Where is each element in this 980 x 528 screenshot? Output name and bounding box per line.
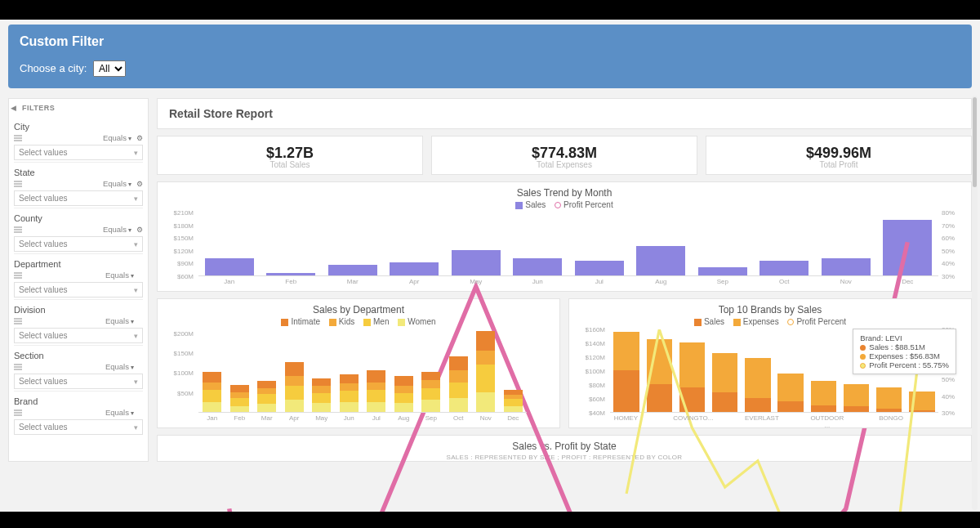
- report-main: Retail Store Report $1.27B Total Sales $…: [157, 98, 972, 462]
- filter-block-city: City Equals ▾ ⚙ Select values ▾: [14, 117, 143, 162]
- caret-down-icon[interactable]: ▾: [131, 364, 134, 371]
- collapse-filters-icon[interactable]: ◀: [11, 104, 16, 112]
- kpi-label: Total Profit: [706, 160, 971, 169]
- dropdown-icon: ▾: [134, 149, 138, 157]
- kpi-label: Total Sales: [158, 160, 422, 169]
- sort-icon[interactable]: [14, 135, 22, 141]
- sort-icon[interactable]: [14, 318, 22, 324]
- filter-block-brand: Brand Equals ▾ Select values ▾: [14, 391, 143, 436]
- city-select[interactable]: All: [93, 60, 126, 77]
- filter-block-section: Section Equals ▾ Select values ▾: [14, 345, 143, 391]
- gear-icon[interactable]: ⚙: [136, 134, 143, 142]
- filter-operator[interactable]: Equals: [105, 316, 129, 325]
- gear-icon[interactable]: ⚙: [136, 226, 143, 234]
- chart-sales-trend[interactable]: Sales Trend by Month Sales Profit Percen…: [157, 181, 972, 292]
- dropdown-icon: ▾: [134, 286, 138, 294]
- filter-block-county: County Equals ▾ ⚙ Select values ▾: [14, 208, 143, 253]
- custom-filter-title: Custom Filter: [20, 34, 960, 49]
- filter-block-department: Department Equals ▾ Select values ▾: [14, 253, 143, 299]
- filter-block-state: State Equals ▾ ⚙ Select values ▾: [14, 162, 143, 208]
- filter-value-select[interactable]: Select values ▾: [14, 328, 143, 343]
- filter-label: State: [14, 168, 143, 177]
- filter-operator[interactable]: Equals: [103, 133, 127, 142]
- report-title-card: Retail Store Report: [157, 98, 972, 129]
- legend-swatch-sales: [515, 202, 523, 209]
- legend-swatch-profit: [787, 319, 794, 325]
- filter-value-select[interactable]: Select values ▾: [14, 374, 143, 389]
- kpi-total-expenses: $774.83M Total Expenses: [431, 136, 697, 175]
- filter-label: Division: [14, 305, 143, 315]
- sort-icon[interactable]: [14, 409, 22, 416]
- dot-icon: [860, 345, 866, 351]
- filter-label: Section: [14, 351, 143, 360]
- chart-title: Top 10 Brands by Sales: [577, 304, 963, 315]
- dropdown-icon: ▾: [134, 332, 138, 340]
- filter-value-select[interactable]: Select values ▾: [14, 145, 143, 160]
- filter-operator[interactable]: Equals: [105, 408, 129, 417]
- choose-city-label: Choose a city:: [20, 62, 87, 74]
- kpi-value: $499.96M: [706, 145, 971, 162]
- filter-value-select[interactable]: Select values ▾: [14, 282, 143, 298]
- legend-swatch-sales: [694, 319, 702, 326]
- kpi-value: $774.83M: [432, 145, 697, 162]
- chart-title: Sales Trend by Month: [166, 187, 963, 199]
- sort-icon[interactable]: [14, 272, 22, 279]
- custom-filter-panel: Custom Filter Choose a city: All: [8, 25, 972, 88]
- filter-value-select[interactable]: Select values ▾: [14, 419, 143, 435]
- chart-legend: Sales Profit Percent: [166, 200, 963, 209]
- filter-label: County: [14, 213, 143, 223]
- sort-icon[interactable]: [14, 181, 22, 187]
- filter-label: City: [14, 122, 143, 132]
- kpi-label: Total Expenses: [432, 160, 697, 169]
- dropdown-icon: ▾: [134, 423, 138, 432]
- filter-value-select[interactable]: Select values ▾: [14, 236, 143, 252]
- chart-tooltip: Brand: LEVI Sales : $88.51M Expenses : $…: [853, 329, 956, 374]
- filters-sidebar: ◀ FILTERS City Equals ▾ ⚙ Select values …: [8, 98, 149, 462]
- kpi-total-sales: $1.27B Total Sales: [157, 136, 423, 175]
- caret-down-icon[interactable]: ▾: [128, 181, 131, 188]
- dot-icon: [860, 354, 866, 360]
- caret-down-icon[interactable]: ▾: [131, 318, 134, 325]
- chart-legend: Sales Expenses Profit Percent: [577, 317, 963, 326]
- scrollbar-thumb[interactable]: [973, 97, 977, 187]
- dropdown-icon: ▾: [134, 240, 138, 248]
- caret-down-icon[interactable]: ▾: [128, 135, 131, 142]
- sort-icon[interactable]: [14, 226, 22, 233]
- kpi-total-profit: $499.96M Total Profit: [706, 136, 972, 175]
- caret-down-icon[interactable]: ▾: [128, 226, 131, 234]
- vertical-scrollbar[interactable]: [972, 96, 978, 510]
- filter-operator[interactable]: Equals: [103, 179, 127, 188]
- report-title: Retail Store Report: [169, 107, 960, 120]
- dropdown-icon: ▾: [134, 378, 138, 386]
- dot-icon: [860, 363, 866, 369]
- caret-down-icon[interactable]: ▾: [131, 409, 134, 417]
- sort-icon[interactable]: [14, 364, 22, 370]
- filter-operator[interactable]: Equals: [103, 225, 127, 234]
- legend-swatch-expenses: [733, 319, 741, 326]
- filter-operator[interactable]: Equals: [105, 362, 129, 371]
- caret-down-icon[interactable]: ▾: [131, 272, 134, 280]
- filter-value-select[interactable]: Select values ▾: [14, 190, 143, 206]
- kpi-value: $1.27B: [158, 145, 422, 162]
- legend-swatch-profit: [555, 202, 561, 208]
- gear-icon[interactable]: ⚙: [136, 180, 143, 188]
- filter-label: Department: [14, 259, 143, 269]
- chart-top-brands[interactable]: Top 10 Brands by Sales Sales Expenses Pr…: [568, 298, 972, 428]
- filter-block-division: Division Equals ▾ Select values ▾: [14, 299, 143, 345]
- filters-heading: FILTERS: [14, 104, 143, 112]
- filter-label: Brand: [14, 396, 143, 406]
- filter-operator[interactable]: Equals: [105, 271, 129, 280]
- dropdown-icon: ▾: [134, 195, 138, 203]
